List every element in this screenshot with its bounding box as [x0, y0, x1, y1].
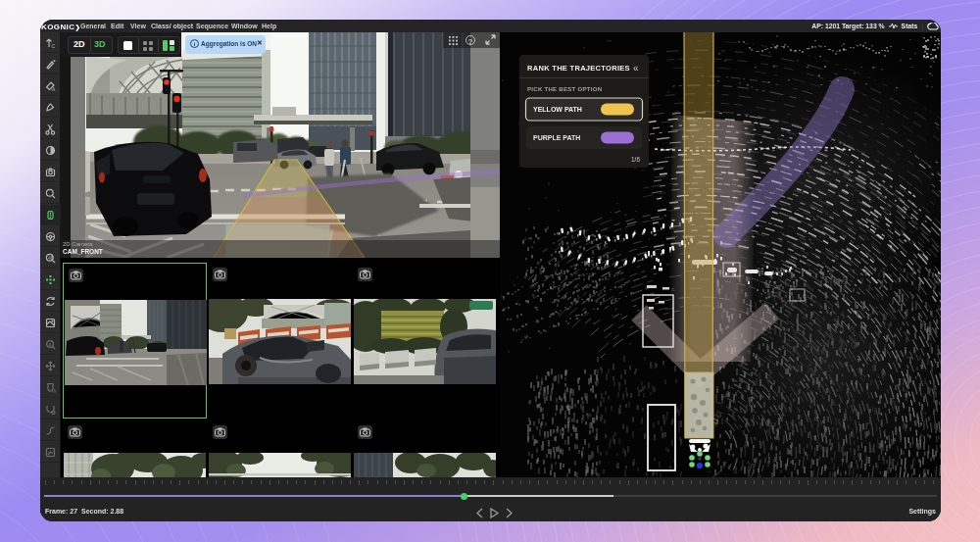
svg-text:A: A — [52, 86, 56, 92]
svg-text:PURPLE PATH: PURPLE PATH — [533, 134, 580, 141]
svg-text:48: 48 — [48, 256, 54, 261]
svg-text:C: C — [52, 43, 56, 49]
svg-text:YELLOW PATH: YELLOW PATH — [533, 106, 582, 113]
svg-text:A: A — [53, 388, 57, 394]
svg-text:«: « — [633, 63, 639, 74]
svg-text:RANK THE TRAJECTORIES: RANK THE TRAJECTORIES — [527, 64, 630, 73]
svg-text:a: a — [49, 341, 52, 347]
svg-text:1/6: 1/6 — [631, 156, 640, 163]
svg-text:PICK THE BEST OPTION: PICK THE BEST OPTION — [527, 86, 602, 92]
